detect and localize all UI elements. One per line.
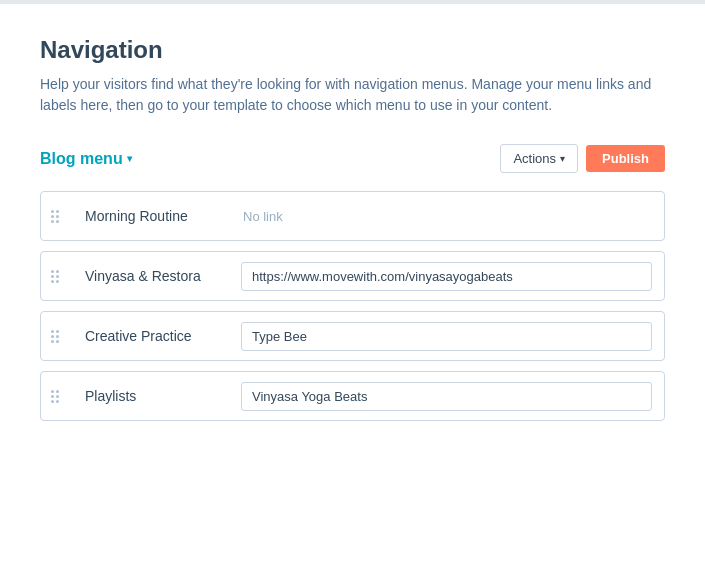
actions-button[interactable]: Actions ▾ [500,144,578,173]
drag-handle-icon[interactable] [41,372,69,420]
menu-name-button[interactable]: Blog menu ▾ [40,150,132,168]
menu-items-list: Morning Routine No link Vinyasa & Restor… [40,191,665,421]
no-link-text: No link [241,203,285,230]
drag-handle-icon[interactable] [41,252,69,300]
link-input-vinyasa-restora[interactable] [241,262,652,291]
item-link-morning-routine: No link [229,200,664,232]
page-container: Navigation Help your visitors find what … [0,4,705,461]
table-row: Morning Routine No link [40,191,665,241]
page-description: Help your visitors find what they're loo… [40,74,665,116]
menu-name-label: Blog menu [40,150,123,168]
item-name-vinyasa-restora: Vinyasa & Restora [69,256,229,296]
page-title: Navigation [40,36,665,64]
item-name-morning-routine: Morning Routine [69,196,229,236]
table-row: Creative Practice [40,311,665,361]
link-input-playlists[interactable] [241,382,652,411]
drag-handle-icon[interactable] [41,312,69,360]
item-name-playlists: Playlists [69,376,229,416]
menu-chevron-icon: ▾ [127,153,132,164]
item-name-creative-practice: Creative Practice [69,316,229,356]
actions-dropdown-arrow-icon: ▾ [560,153,565,164]
table-row: Playlists [40,371,665,421]
table-row: Vinyasa & Restora [40,251,665,301]
item-link-creative-practice[interactable] [229,314,664,359]
drag-handle-icon[interactable] [41,192,69,240]
menu-header: Blog menu ▾ Actions ▾ Publish [40,144,665,173]
item-link-playlists[interactable] [229,374,664,419]
link-input-creative-practice[interactable] [241,322,652,351]
item-link-vinyasa-restora[interactable] [229,254,664,299]
publish-button[interactable]: Publish [586,145,665,172]
actions-label: Actions [513,151,556,166]
header-actions: Actions ▾ Publish [500,144,665,173]
